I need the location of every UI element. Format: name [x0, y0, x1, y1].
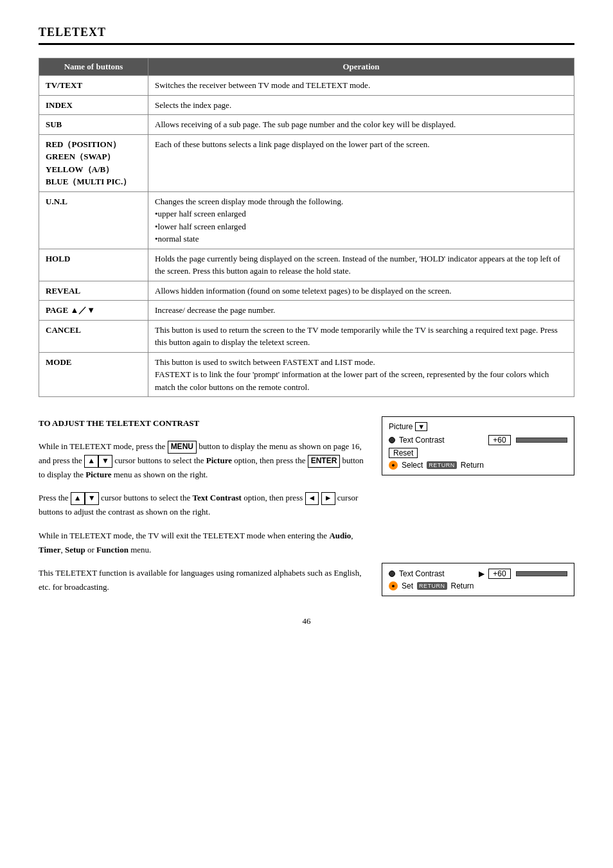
set-label: Set [402, 581, 413, 590]
return-label2: Return [451, 581, 474, 590]
title-divider [39, 43, 574, 45]
menu-bottom-row: ● Select RETURN Return [389, 461, 567, 470]
table-row-button: CANCEL [39, 320, 148, 352]
table-row-operation: Increase/ decrease the page number. [148, 301, 574, 321]
reset-row: Reset [389, 448, 567, 458]
left-key: ◄ [305, 492, 319, 505]
down-key2: ▼ [85, 492, 99, 505]
table-row-operation: Holds the page currently being displayed… [148, 249, 574, 281]
up-key: ▲ [84, 455, 98, 468]
table-row-operation: Each of these buttons selects a link pag… [148, 134, 574, 191]
select-label: Select [402, 461, 423, 470]
right-key: ► [321, 492, 335, 505]
table-row-button: MODE [39, 352, 148, 397]
set-button-icon: ● [389, 581, 398, 590]
up-key2: ▲ [71, 492, 85, 505]
table-row-operation: This button is used to return the screen… [148, 320, 574, 352]
page-title: TELETEXT [39, 26, 574, 39]
contrast-bar [516, 438, 567, 443]
bottom-section: TO ADJUST THE TELETEXT CONTRAST While in… [39, 416, 574, 603]
select-button-icon: ● [389, 461, 398, 470]
table-row-button: HOLD [39, 249, 148, 281]
text-contrast-row: Text Contrast +60 [389, 435, 567, 445]
down-key: ▼ [98, 455, 112, 468]
selected-item-icon2 [389, 571, 395, 577]
spacer [382, 486, 574, 563]
table-row-operation: Allows hidden information (found on some… [148, 281, 574, 301]
table-row-operation: Changes the screen display mode through … [148, 191, 574, 249]
arrow-icon: ▶ [479, 569, 484, 578]
picture-menu-title: Picture [389, 422, 413, 431]
table-row-button: SUB [39, 115, 148, 135]
reset-label: Reset [389, 448, 418, 458]
col2-header: Operation [148, 58, 574, 76]
adjust-para2: Press the ▲▼ cursor buttons to select th… [39, 491, 369, 519]
adjust-para3: While in TELETEXT mode, the TV will exit… [39, 529, 369, 557]
page-number: 46 [39, 616, 574, 626]
selected-item-icon [389, 437, 395, 443]
text-contrast-value: +60 [488, 435, 511, 445]
table-row-button: INDEX [39, 95, 148, 115]
table-row-operation: Allows receiving of a sub page. The sub … [148, 115, 574, 135]
table-row-button: TV/TEXT [39, 76, 148, 96]
text-contrast-row2: Text Contrast ▶ +60 [389, 569, 567, 579]
table-row-button: U.N.L [39, 191, 148, 249]
adjust-para1: While in TELETEXT mode, press the MENU b… [39, 439, 369, 482]
text-contrast-menu-mockup: Text Contrast ▶ +60 ● Set RETURN Return [382, 563, 574, 596]
adjust-heading: TO ADJUST THE TELETEXT CONTRAST [39, 416, 369, 430]
menu-mockups-col: Picture ▼ Text Contrast +60 Reset ● Sele… [382, 416, 574, 603]
table-row-operation: This button is used to switch between FA… [148, 352, 574, 397]
teletext-table: Name of buttons Operation TV/TEXTSwitche… [39, 58, 574, 397]
return-button: RETURN [427, 461, 457, 469]
table-row-button: RED（POSITION）GREEN（SWAP）YELLOW（A/B）BLUE（… [39, 134, 148, 191]
table-row-operation: Switches the receiver between TV mode an… [148, 76, 574, 96]
table-row-button: REVEAL [39, 281, 148, 301]
adjust-text-col: TO ADJUST THE TELETEXT CONTRAST While in… [39, 416, 369, 603]
return-label: Return [461, 461, 484, 470]
table-row-button: PAGE ▲／▼ [39, 301, 148, 321]
menu-bottom-row2: ● Set RETURN Return [389, 581, 567, 590]
adjust-para4: This TELETEXT function is available for … [39, 566, 369, 594]
contrast-bar2 [516, 571, 567, 576]
dropdown-arrow-icon: ▼ [415, 422, 427, 431]
enter-key: ENTER [308, 455, 341, 468]
menu-key: MENU [168, 441, 197, 454]
text-contrast-label: Text Contrast [399, 436, 484, 445]
return-button2: RETURN [417, 582, 447, 590]
text-contrast-value2: +60 [488, 569, 511, 579]
table-row-operation: Selects the index page. [148, 95, 574, 115]
picture-menu-mockup: Picture ▼ Text Contrast +60 Reset ● Sele… [382, 416, 574, 475]
picture-menu-title-row: Picture ▼ [389, 422, 567, 431]
text-contrast-label2: Text Contrast [399, 569, 475, 578]
col1-header: Name of buttons [39, 58, 148, 76]
